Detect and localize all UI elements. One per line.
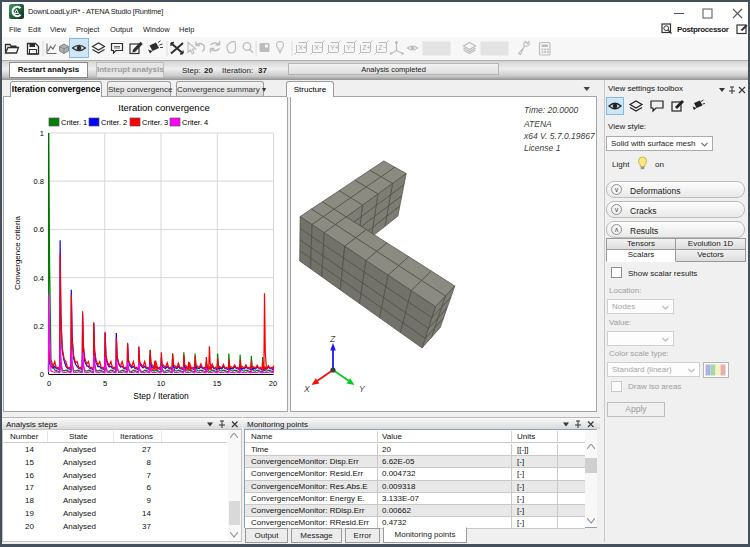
svg-text:Y+: Y+ [330,44,339,51]
svg-text:Z−: Z− [378,44,386,51]
svg-text:Iteration convergence: Iteration convergence [118,102,209,113]
svg-text:ATENA: ATENA [523,119,552,129]
svg-text:0: 0 [47,379,51,388]
svg-text:x64 V. 5.7.0.19867: x64 V. 5.7.0.19867 [523,131,595,141]
svg-text:15: 15 [213,379,221,388]
svg-text:Criter. 3: Criter. 3 [142,118,168,127]
svg-text:5: 5 [103,379,107,388]
svg-text:Criter. 4: Criter. 4 [182,118,208,127]
svg-text:Y: Y [359,384,366,394]
svg-text:20: 20 [269,379,277,388]
svg-text:Z+: Z+ [362,44,370,51]
svg-text:X: X [303,384,310,394]
svg-text:Step / Iteration: Step / Iteration [133,391,189,401]
svg-text:Criter. 2: Criter. 2 [101,118,127,127]
svg-text:Y−: Y− [346,44,355,51]
svg-text:1: 1 [40,129,44,138]
svg-text:License 1: License 1 [524,143,561,153]
svg-text:0.4: 0.4 [34,274,44,283]
svg-text:0.2: 0.2 [34,322,44,331]
svg-text:Z: Z [329,334,336,344]
svg-text:X+: X+ [298,44,307,51]
svg-text:Time: 20.0000: Time: 20.0000 [524,105,579,115]
svg-text:0: 0 [40,370,44,379]
svg-text:Convergence criteria: Convergence criteria [13,216,22,290]
svg-text:Criter. 1: Criter. 1 [61,118,87,127]
svg-text:0.8: 0.8 [34,177,44,186]
svg-text:X−: X− [314,44,323,51]
svg-text:0.6: 0.6 [34,225,44,234]
svg-text:10: 10 [157,379,165,388]
